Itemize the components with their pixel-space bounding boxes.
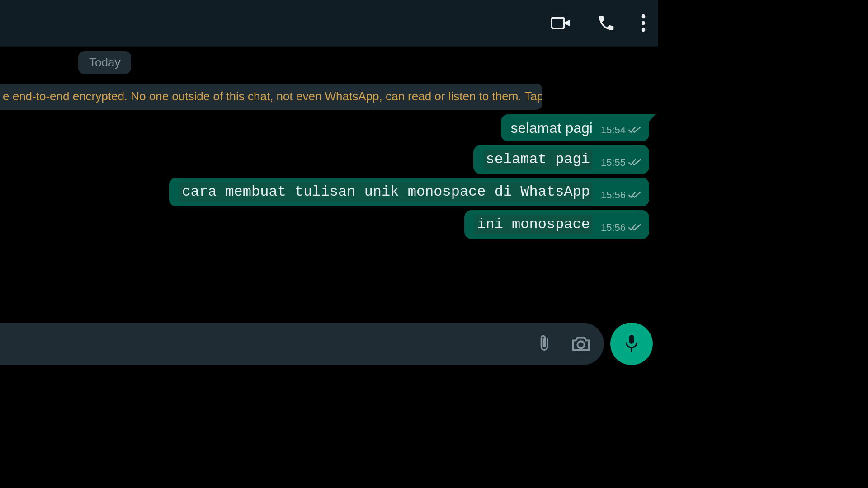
message-time: 15:56 bbox=[601, 189, 626, 201]
svg-point-3 bbox=[642, 28, 646, 32]
chat-topbar bbox=[0, 0, 658, 47]
message-composer[interactable] bbox=[0, 323, 604, 365]
voice-call-icon[interactable] bbox=[597, 14, 616, 33]
message-meta: 15:56 bbox=[601, 222, 641, 235]
video-call-icon[interactable] bbox=[550, 12, 571, 34]
message-time: 15:54 bbox=[601, 124, 626, 136]
svg-rect-5 bbox=[629, 335, 634, 344]
more-options-icon[interactable] bbox=[641, 13, 646, 33]
microphone-icon bbox=[623, 333, 641, 355]
outgoing-message[interactable]: selamat pagi 15:55 bbox=[473, 145, 650, 174]
message-meta: 15:55 bbox=[601, 157, 641, 169]
attachment-icon[interactable] bbox=[535, 334, 553, 354]
message-text: selamat pagi bbox=[483, 150, 593, 169]
message-text: selamat pagi bbox=[511, 119, 593, 137]
svg-point-2 bbox=[642, 21, 646, 25]
svg-point-4 bbox=[577, 341, 584, 348]
encryption-text: e end-to-end encrypted. No one outside o… bbox=[3, 89, 542, 103]
composer-row bbox=[0, 321, 658, 369]
message-time: 15:56 bbox=[601, 222, 626, 234]
encryption-notice[interactable]: e end-to-end encrypted. No one outside o… bbox=[0, 84, 542, 110]
message-time: 15:55 bbox=[601, 157, 626, 169]
outgoing-message[interactable]: cara membuat tulisan unik monospace di W… bbox=[169, 178, 649, 206]
svg-point-1 bbox=[642, 14, 646, 19]
message-meta: 15:56 bbox=[601, 189, 641, 202]
date-separator: Today bbox=[78, 51, 131, 74]
voice-record-button[interactable] bbox=[610, 323, 653, 365]
message-text: ini monospace bbox=[474, 215, 593, 235]
message-text: cara membuat tulisan unik monospace di W… bbox=[179, 182, 593, 202]
outgoing-message[interactable]: selamat pagi 15:54 bbox=[501, 114, 650, 141]
chat-screen: Today e end-to-end encrypted. No one out… bbox=[0, 0, 658, 369]
double-check-icon bbox=[628, 159, 641, 167]
message-meta: 15:54 bbox=[601, 124, 641, 137]
message-list: selamat pagi 15:54 selamat pagi 15:55 bbox=[169, 114, 649, 239]
outgoing-message[interactable]: ini monospace 15:56 bbox=[464, 210, 649, 239]
camera-icon[interactable] bbox=[571, 335, 591, 353]
svg-rect-0 bbox=[552, 18, 564, 28]
chat-body: Today e end-to-end encrypted. No one out… bbox=[0, 47, 658, 369]
double-check-icon bbox=[628, 191, 641, 199]
double-check-icon bbox=[628, 224, 641, 232]
double-check-icon bbox=[628, 126, 641, 134]
date-label: Today bbox=[89, 56, 120, 69]
